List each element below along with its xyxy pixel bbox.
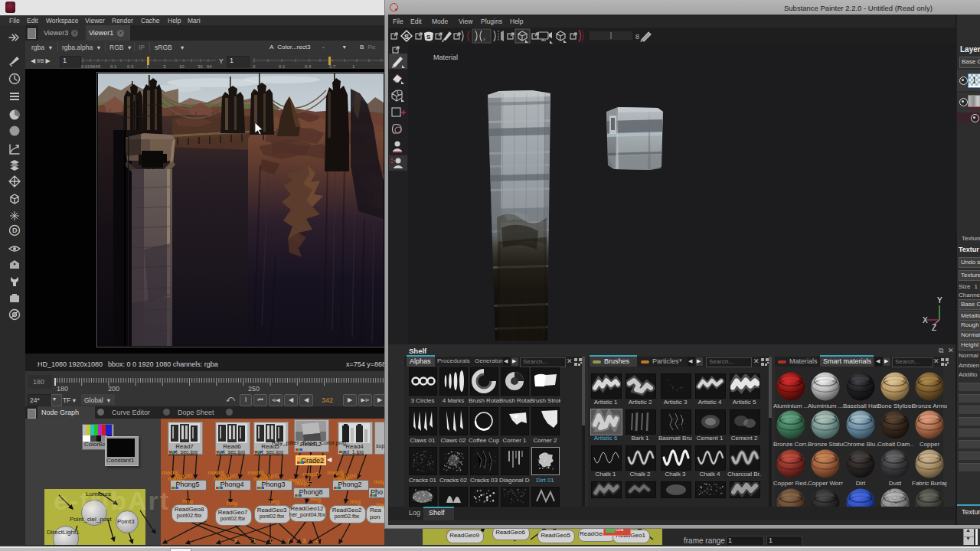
svg-text:x: x [483, 37, 485, 41]
svg-text:8: 8 [635, 33, 639, 41]
svg-text:Y: Y [937, 296, 942, 305]
svg-text:S: S [404, 33, 409, 41]
svg-text:180: 180 [57, 385, 68, 392]
svg-text:Z: Z [932, 324, 936, 332]
svg-text:X: X [923, 316, 928, 324]
svg-text:S: S [426, 34, 431, 41]
svg-text:250: 250 [248, 385, 260, 392]
svg-text:200: 200 [108, 385, 119, 392]
svg-text:D: D [12, 227, 18, 234]
